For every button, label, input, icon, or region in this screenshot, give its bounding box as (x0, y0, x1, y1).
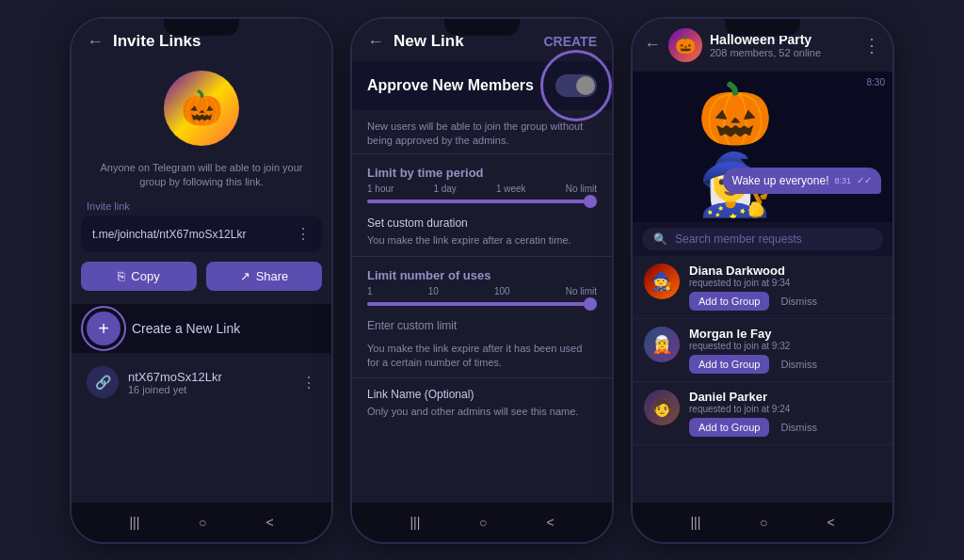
phone2-header-left: ← New Link (367, 32, 464, 52)
phone2-create-button[interactable]: CREATE (543, 34, 597, 49)
uses-slider-thumb[interactable] (584, 297, 597, 311)
create-new-link-row[interactable]: + Create a New Link (72, 304, 331, 353)
create-new-link-label: Create a New Link (132, 321, 240, 336)
share-button[interactable]: ↗ Share (206, 262, 322, 291)
link-item-dots-icon[interactable]: ⋮ (301, 374, 316, 392)
member-actions-1: Add to Group Dismiss (689, 355, 881, 374)
approve-toggle-area (555, 74, 597, 97)
phone2-nav-home-icon[interactable]: ○ (479, 515, 487, 530)
phone3-sticker-time: 8:30 (867, 77, 885, 88)
phone-new-link: ← New Link CREATE Approve New Members Ne… (350, 17, 614, 544)
separator-3 (352, 377, 612, 378)
add-group-button-0[interactable]: Add to Group (689, 292, 769, 311)
phone-notch-3 (725, 19, 800, 36)
dismiss-button-0[interactable]: Dismiss (775, 292, 823, 311)
link-name-label: Link Name (Optional) (352, 380, 612, 403)
time-label-3: No limit (566, 184, 597, 194)
approve-toggle[interactable] (555, 74, 597, 97)
phone3-nav-menu-icon[interactable]: ||| (690, 515, 700, 530)
phone3-back-arrow[interactable]: ← (644, 35, 661, 55)
phone3-more-icon[interactable]: ⋮ (862, 34, 881, 56)
phone3-message-text: Wake up everyone! (732, 174, 829, 187)
member-actions-0: Add to Group Dismiss (689, 292, 881, 311)
phone1-nav-bar: ||| ○ < (72, 503, 331, 542)
phone1-link-row[interactable]: t.me/joinchat/ntX67moSx12Lkr ⋮ (81, 216, 322, 252)
uses-slider-track[interactable] (367, 302, 597, 306)
nav-menu-icon[interactable]: ||| (129, 515, 139, 530)
phone1-link-dots-icon[interactable]: ⋮ (296, 225, 311, 243)
plus-circle-icon[interactable]: + (87, 312, 120, 345)
nav-back-icon[interactable]: < (265, 515, 273, 530)
phone3-nav-bar: ||| ○ < (633, 503, 892, 542)
phone3-sticker: 🎃🧙‍♀️ (698, 79, 827, 220)
time-slider-fill (367, 200, 597, 203)
phone1-action-buttons: ⎘ Copy ↗ Share (72, 252, 331, 300)
phone-invite-links: ← Invite Links 🎃 Anyone on Telegram will… (70, 17, 333, 544)
approve-section: Approve New Members (352, 61, 612, 110)
time-slider-thumb[interactable] (584, 195, 597, 208)
phone-notch (164, 19, 239, 36)
phone3-message-bubble: Wake up everyone! 8:31 ✓✓ (723, 168, 881, 194)
phone1-description: Anyone on Telegram will be able to join … (72, 155, 331, 196)
member-avatar-0: 🧙 (644, 264, 680, 299)
uses-label-3: No limit (566, 286, 597, 296)
phone-halloween-party: ← 🎃 Halloween Party 208 members, 52 onli… (631, 17, 894, 544)
add-group-button-1[interactable]: Add to Group (689, 355, 769, 374)
phone1-screen: ← Invite Links 🎃 Anyone on Telegram will… (72, 19, 331, 503)
nav-home-icon[interactable]: ○ (199, 515, 206, 530)
phone-notch-2 (444, 19, 520, 36)
link-name-desc: Only you and other admins will see this … (352, 403, 612, 424)
uses-slider-labels: 1 10 100 No limit (352, 286, 612, 296)
approve-description: New users will be able to join the group… (352, 112, 612, 152)
phone2-screen: ← New Link CREATE Approve New Members Ne… (352, 19, 612, 503)
link-item[interactable]: 🔗 ntX67moSx12Lkr 16 joined yet ⋮ (72, 357, 331, 408)
phone3-group-avatar: 🎃 (668, 28, 702, 62)
custom-duration-desc: You make the link expire after a ceratin… (352, 232, 612, 253)
custom-limit-desc: You make the link expire after it has be… (352, 340, 612, 376)
phone3-search-box[interactable]: 🔍 Search member requests (642, 228, 883, 250)
phone3-search-placeholder: Search member requests (675, 232, 802, 246)
member-info-1: Morgan le Fay requested to join at 9:32 … (689, 327, 881, 374)
link-item-left: 🔗 ntX67moSx12Lkr 16 joined yet (87, 366, 222, 398)
time-label-2: 1 week (496, 184, 526, 194)
phone1-link-text: t.me/joinchat/ntX67moSx12Lkr (92, 228, 246, 241)
add-group-button-2[interactable]: Add to Group (689, 418, 769, 437)
copy-button[interactable]: ⎘ Copy (81, 262, 197, 291)
phone1-invite-label: Invite link (72, 195, 331, 216)
phone2-nav-back-icon[interactable]: < (546, 515, 554, 530)
phone2-nav-menu-icon[interactable]: ||| (410, 515, 420, 530)
uses-label-2: 100 (494, 286, 510, 296)
member-sub-1: requested to join at 9:32 (689, 341, 881, 351)
search-icon: 🔍 (653, 232, 667, 246)
member-name-1: Morgan le Fay (689, 327, 881, 341)
phone3-chat-area: 🎃🧙‍♀️ 8:30 Wake up everyone! 8:31 ✓✓ (633, 72, 892, 222)
phone3-checkmarks-icon: ✓✓ (857, 175, 872, 185)
phone3-group-info: Halloween Party 208 members, 52 online (710, 32, 855, 58)
phone3-message-time: 8:31 (834, 176, 851, 185)
time-label-1: 1 day (433, 184, 456, 194)
dismiss-button-1[interactable]: Dismiss (775, 355, 823, 374)
link-item-name: ntX67moSx12Lkr (128, 370, 222, 384)
phone3-group-sub: 208 members, 52 online (710, 47, 855, 58)
approve-label: Approve New Members (367, 77, 534, 94)
copy-icon: ⎘ (118, 269, 125, 283)
member-info-0: Diana Darkwood requested to join at 9:34… (689, 264, 881, 311)
phone3-nav-back-icon[interactable]: < (827, 515, 834, 530)
link-item-icon: 🔗 (87, 366, 119, 398)
phone3-nav-home-icon[interactable]: ○ (760, 515, 767, 530)
separator-1 (352, 153, 612, 154)
uses-label-1: 10 (428, 286, 439, 296)
member-avatar-2: 🧑 (644, 390, 680, 425)
time-slider-labels: 1 hour 1 day 1 week No limit (352, 184, 612, 194)
phone2-back-arrow[interactable]: ← (367, 32, 384, 52)
separator-2 (352, 256, 612, 257)
phone1-image-area: 🎃 (72, 61, 331, 155)
member-item-2: 🧑 Daniel Parker requested to join at 9:2… (633, 382, 892, 445)
time-slider-track[interactable] (367, 200, 597, 203)
back-arrow-icon[interactable]: ← (87, 32, 104, 52)
uses-slider-fill (367, 302, 597, 306)
member-item-1: 🧝 Morgan le Fay requested to join at 9:3… (633, 319, 892, 382)
dismiss-button-2[interactable]: Dismiss (775, 418, 823, 437)
member-avatar-1: 🧝 (644, 327, 680, 362)
member-name-0: Diana Darkwood (689, 264, 881, 278)
